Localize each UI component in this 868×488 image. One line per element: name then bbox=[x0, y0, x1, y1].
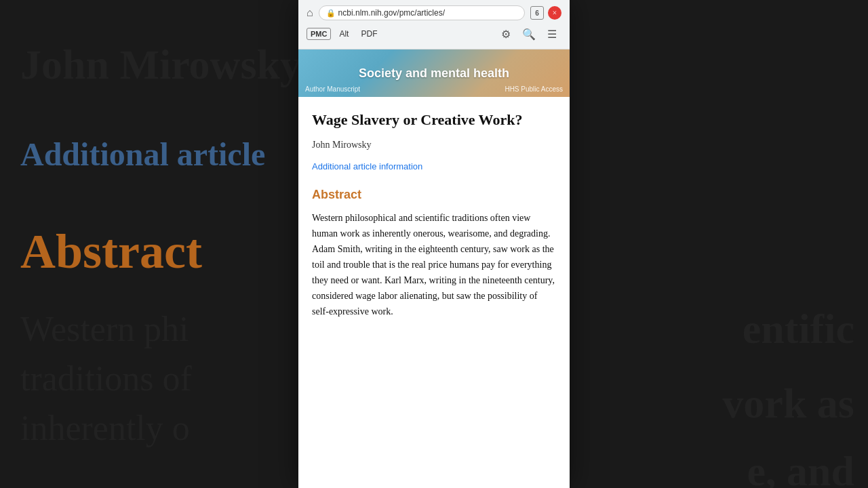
banner-sub-right: HHS Public Access bbox=[505, 85, 563, 93]
bg-right-panel: entific vork as e, and bbox=[570, 0, 868, 488]
bg-right-scientific: entific bbox=[743, 305, 854, 353]
abstract-text: Western philosophical and scientific tra… bbox=[312, 210, 556, 320]
bg-abstract-text: Abstract bbox=[20, 224, 202, 280]
address-text: ncbi.nlm.nih.gov/pmc/articles/ bbox=[338, 8, 445, 18]
abstract-heading: Abstract bbox=[312, 188, 556, 202]
lock-icon: 🔒 bbox=[326, 9, 336, 18]
extension-icon-1[interactable]: 6 bbox=[530, 6, 544, 20]
banner-sub-left: Author Manuscript bbox=[305, 85, 360, 93]
pdf-button[interactable]: PDF bbox=[357, 28, 381, 40]
extension-icon-2[interactable]: × bbox=[548, 6, 561, 20]
alt-button[interactable]: Alt bbox=[335, 28, 353, 40]
article-author: John Mirowsky bbox=[312, 140, 556, 150]
browser-chrome: ⌂ 🔒 ncbi.nlm.nih.gov/pmc/articles/ 6 × P… bbox=[298, 0, 570, 49]
additional-article-info-link[interactable]: Additional article information bbox=[312, 161, 556, 171]
bg-body-text: Western phi traditions of inherently o bbox=[20, 305, 192, 453]
pmc-logo[interactable]: PMC bbox=[307, 28, 331, 40]
bg-right-work: vork as bbox=[722, 380, 854, 428]
article-content: Wage Slavery or Creative Work? John Miro… bbox=[298, 97, 570, 340]
home-icon[interactable]: ⌂ bbox=[307, 7, 313, 19]
settings-icon[interactable]: ⚙ bbox=[496, 24, 515, 43]
menu-icon[interactable]: ☰ bbox=[542, 24, 561, 43]
article-title: Wage Slavery or Creative Work? bbox=[312, 110, 556, 130]
bg-additional-text: Additional article bbox=[20, 136, 265, 173]
bg-left-panel: John Mirowsky Additional article Abstrac… bbox=[0, 0, 298, 488]
browser-window: ⌂ 🔒 ncbi.nlm.nih.gov/pmc/articles/ 6 × P… bbox=[298, 0, 570, 488]
search-icon[interactable]: 🔍 bbox=[519, 24, 538, 43]
content-area[interactable]: Society and mental health Author Manuscr… bbox=[298, 49, 570, 488]
browser-actions: 6 × bbox=[530, 6, 561, 20]
bg-right-and: e, and bbox=[747, 447, 854, 488]
bg-name-text: John Mirowsky bbox=[20, 41, 298, 89]
pmc-banner: Society and mental health Author Manuscr… bbox=[298, 49, 570, 97]
address-bar[interactable]: 🔒 ncbi.nlm.nih.gov/pmc/articles/ bbox=[319, 5, 525, 20]
banner-title: Society and mental health bbox=[359, 66, 509, 81]
